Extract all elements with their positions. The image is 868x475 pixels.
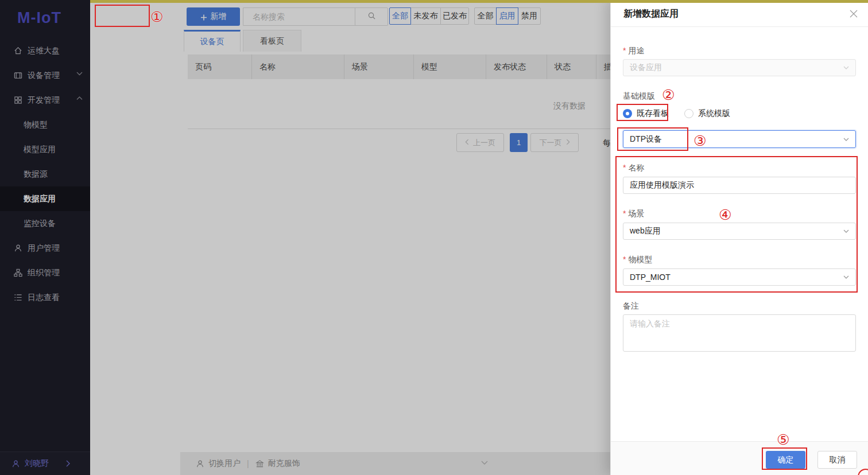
chevron-down-icon bbox=[843, 138, 849, 141]
label-text: 备注 bbox=[623, 301, 639, 310]
remark-textarea[interactable] bbox=[623, 314, 856, 352]
required-mark: * bbox=[623, 46, 626, 55]
chevron-down-icon bbox=[843, 229, 849, 233]
label-text: 场景 bbox=[628, 209, 644, 218]
required-mark: * bbox=[623, 255, 626, 264]
drawer-footer: 确定 取消 bbox=[611, 441, 868, 475]
chevron-down-icon bbox=[843, 275, 849, 279]
confirm-button[interactable]: 确定 bbox=[766, 451, 805, 469]
drawer-header: 新增数据应用 bbox=[611, 0, 868, 27]
template-select[interactable]: DTP设备 bbox=[623, 130, 856, 148]
scene-value: web应用 bbox=[630, 226, 661, 236]
radio-system-label: 系统模版 bbox=[698, 108, 730, 119]
template-field-label: 基础模版 bbox=[623, 91, 655, 102]
page-root: 新增 全部 未发布 已发布 全部 启用 禁用 设备页 看板页 页码 名称 场景 … bbox=[0, 0, 868, 475]
close-icon[interactable] bbox=[850, 10, 858, 18]
label-text: 名称 bbox=[628, 163, 644, 172]
name-input[interactable] bbox=[623, 177, 856, 194]
radio-existing-board[interactable] bbox=[623, 109, 632, 118]
scene-field-label: *场景 bbox=[623, 209, 644, 219]
drawer-title: 新增数据应用 bbox=[623, 8, 679, 20]
drawer-mask-overlay[interactable] bbox=[0, 0, 610, 475]
remark-field-label: 备注 bbox=[623, 301, 639, 312]
chevron-down-icon bbox=[843, 66, 849, 69]
purpose-value: 设备应用 bbox=[630, 63, 662, 73]
name-field-label: *名称 bbox=[623, 163, 644, 173]
label-text: 用途 bbox=[628, 46, 644, 55]
model-field-label: *物模型 bbox=[623, 255, 652, 265]
label-text: 物模型 bbox=[628, 255, 652, 264]
radio-existing-label: 既存看板 bbox=[637, 108, 669, 119]
radio-system-template[interactable] bbox=[684, 109, 693, 118]
template-value: DTP设备 bbox=[630, 134, 662, 145]
label-text: 基础模版 bbox=[623, 91, 655, 100]
required-mark: * bbox=[623, 209, 626, 218]
model-value: DTP_MIOT bbox=[630, 272, 671, 282]
purpose-select: 设备应用 bbox=[623, 59, 856, 76]
required-mark: * bbox=[623, 163, 626, 172]
scene-select[interactable]: web应用 bbox=[623, 223, 856, 240]
template-radio-group: 既存看板 系统模版 bbox=[623, 106, 730, 121]
cancel-button[interactable]: 取消 bbox=[817, 451, 857, 469]
top-window-strip bbox=[90, 0, 868, 3]
add-data-app-drawer: 新增数据应用 *用途 设备应用 基础模版 既存看板 系统模版 DTP设备 *名称… bbox=[610, 0, 868, 475]
model-select[interactable]: DTP_MIOT bbox=[623, 268, 856, 286]
purpose-field-label: *用途 bbox=[623, 46, 644, 56]
